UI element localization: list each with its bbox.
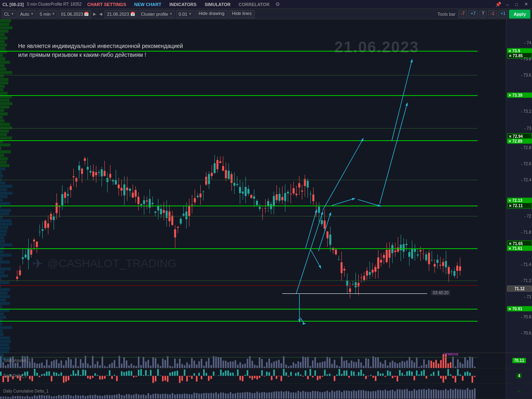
- close-level4-icon[interactable]: ✕: [509, 134, 512, 138]
- close-level-icon[interactable]: ✕: [508, 49, 511, 53]
- price-706: - 70.6: [521, 331, 531, 335]
- close-level7a-icon[interactable]: ✕: [509, 241, 512, 245]
- profile-dropdown-icon: ▼: [169, 12, 172, 16]
- price-718: - 71.8: [521, 230, 531, 235]
- daily-delta-price: [506, 384, 532, 399]
- bottom-panels: Total Volume_1 70.11 Total Delta_1 4 Dai…: [0, 353, 532, 399]
- price-7289[interactable]: ✕72.89: [507, 139, 532, 144]
- time-label: 03:40:20: [431, 290, 450, 295]
- minimize-button[interactable]: –: [505, 2, 510, 7]
- total-volume-label: Total Volume_1: [3, 358, 31, 363]
- calendar2-icon: 📅: [130, 12, 135, 16]
- range-arrow-left: ◀: [98, 12, 103, 16]
- minus1-button[interactable]: -1: [488, 10, 497, 18]
- hide-lines-button[interactable]: Hide lines: [229, 10, 255, 18]
- T-button[interactable]: T: [479, 10, 487, 18]
- total-delta-value: 4: [516, 373, 522, 378]
- mode-dropdown-icon: ▼: [31, 12, 34, 16]
- daily-delta-panel: Daily Cumulative Delta_1: [0, 384, 532, 399]
- total-volume-price: 70.11: [506, 353, 532, 368]
- simulator-menu[interactable]: SIMULATOR: [202, 1, 233, 8]
- price-732: - 73.2: [521, 109, 531, 114]
- price-7339[interactable]: ✕73.39: [507, 93, 532, 98]
- h-line-738: [0, 75, 478, 75]
- tools-bar-label: Tools bar: [436, 12, 457, 17]
- correlator-menu[interactable]: CORRELATOR: [236, 1, 272, 8]
- price-7211[interactable]: ✕72.11: [507, 203, 532, 209]
- timeframe-selector[interactable]: 5 min ▼: [37, 10, 58, 18]
- timeframe-dropdown-icon: ▼: [52, 12, 55, 16]
- minus7-button[interactable]: -7: [458, 10, 467, 18]
- h-line-73: [0, 128, 478, 129]
- plus1-button[interactable]: +1: [498, 10, 508, 18]
- h-line-72: [0, 216, 478, 216]
- indicators-menu[interactable]: IndicAToRS: [167, 1, 199, 8]
- indicator-title: 5 min ClusterProfile RT: 18352: [27, 2, 81, 6]
- settings-gear-icon[interactable]: ⚙: [275, 1, 280, 7]
- plus7-button[interactable]: +7: [468, 10, 478, 18]
- close-level2-icon[interactable]: ✕: [509, 54, 512, 58]
- h-line-7390: [0, 51, 478, 52]
- price-726: - 72.6: [521, 162, 531, 166]
- h-line-7289: [0, 140, 478, 141]
- close-button[interactable]: ✕: [523, 2, 530, 7]
- start-date[interactable]: 01.06.2023 📅: [58, 10, 91, 18]
- close-level6-icon[interactable]: ✕: [508, 198, 511, 202]
- symbol-dropdown-icon: ▼: [11, 12, 14, 16]
- symbol-selector[interactable]: CL ▼: [2, 10, 17, 18]
- new-chart-menu[interactable]: NEW CHART: [132, 1, 164, 8]
- title-bar: CL [08-23] 5 min ClusterProfile RT: 1835…: [0, 0, 532, 9]
- chart-canvas: [0, 19, 478, 364]
- total-delta-label: Total Delta_1: [3, 374, 27, 378]
- h-line-7080: [0, 321, 478, 322]
- price-714: - 71.4: [521, 262, 531, 267]
- toolbar: CL ▼ Auto ▼ 5 min ▼ 01.06.2023 📅 ▶ ◀ 21.…: [0, 9, 532, 19]
- cumulative-delta-bars: [0, 384, 478, 399]
- close-level5-icon[interactable]: ✕: [508, 139, 511, 143]
- end-date[interactable]: 21.06.2023 📅: [104, 10, 137, 18]
- cancel-label: отмена: [443, 351, 458, 356]
- price-7112[interactable]: 71.12: [507, 286, 532, 292]
- close-level7-icon[interactable]: ✕: [508, 246, 511, 250]
- h-line-7339: [0, 95, 478, 96]
- apply-button[interactable]: Apply: [509, 10, 530, 19]
- step-input[interactable]: 0.01 ▼: [176, 10, 194, 18]
- price-736: - 73.6: [521, 73, 531, 77]
- profile-type-selector[interactable]: Cluster profile ▼: [139, 10, 175, 18]
- price-axis: - 74 ✕73.9 ✕73.85 - 73.8 - 73.6 ✕73.39 -…: [506, 19, 532, 364]
- total-delta-panel: Total Delta_1 4: [0, 368, 532, 384]
- price-708: - 70.8: [521, 315, 531, 319]
- price-738: - 73.8: [521, 57, 531, 61]
- h-line-7161: [0, 248, 478, 249]
- calendar-icon: 📅: [84, 12, 89, 16]
- red-h-line: [0, 285, 478, 286]
- close-level3-icon[interactable]: ✕: [508, 93, 511, 97]
- mode-selector[interactable]: Auto ▼: [18, 10, 36, 18]
- chart-settings-menu[interactable]: CHART SETTINGS: [85, 1, 129, 8]
- maximize-button[interactable]: □: [513, 2, 520, 7]
- price-71: - 71: [524, 295, 531, 299]
- chart-container: 21.06.2023 Не является индивидуальной ин…: [0, 19, 532, 364]
- delta-bars: [0, 368, 478, 383]
- pin-icon[interactable]: 📌: [495, 2, 501, 7]
- h-line-724: [0, 180, 478, 180]
- daily-delta-label: Daily Cumulative Delta_1: [3, 389, 48, 393]
- total-volume-value: 70.11: [512, 358, 526, 363]
- price-712: - 71.2: [521, 278, 531, 283]
- price-74: - 74: [524, 41, 531, 45]
- daily-delta-value: [517, 391, 521, 392]
- price-7213[interactable]: ✕72.13: [507, 198, 532, 203]
- price-7091[interactable]: ✕70.91: [507, 306, 532, 312]
- price-728: - 72.8: [521, 145, 531, 150]
- price-7161[interactable]: ✕71.61: [507, 246, 532, 251]
- range-arrow-right: ▶: [92, 12, 97, 16]
- close-level8-icon[interactable]: ✕: [508, 307, 511, 311]
- hide-drawing-button[interactable]: Hide drawing: [195, 10, 228, 18]
- total-delta-price: 4: [506, 368, 532, 383]
- h-line-7091: [0, 309, 478, 310]
- close-level6a-icon[interactable]: ✕: [509, 204, 512, 208]
- reference-line: [282, 293, 427, 294]
- symbol-title: CL [08-23]: [2, 2, 24, 7]
- price-73: - 73: [524, 126, 531, 131]
- step-dropdown-icon: ▼: [189, 12, 192, 16]
